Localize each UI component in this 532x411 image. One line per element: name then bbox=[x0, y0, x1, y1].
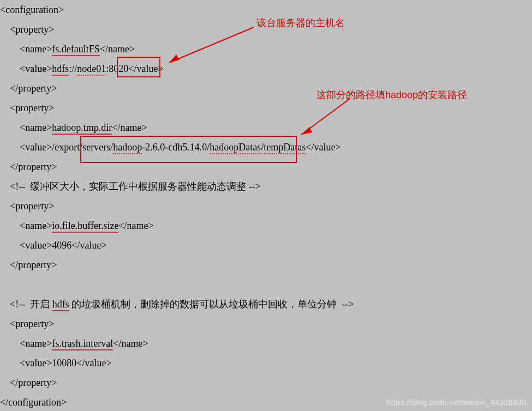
highlight-box-path bbox=[80, 136, 297, 163]
line: <property> bbox=[0, 318, 54, 329]
watermark: https://blog.csdn.net/weixin_44318830 bbox=[386, 398, 527, 407]
line: <!-- 开启 hdfs 的垃圾桶机制，删除掉的数据可以从垃圾桶中回收，单位分钟… bbox=[0, 299, 354, 311]
arrow-icon bbox=[161, 27, 259, 71]
svg-marker-1 bbox=[169, 55, 180, 63]
line: <name>fs.defaultFS</name> bbox=[0, 44, 135, 56]
arrow-icon bbox=[295, 99, 360, 143]
line: </property> bbox=[0, 377, 57, 388]
svg-line-0 bbox=[169, 27, 254, 63]
line: <value>4096</value> bbox=[0, 240, 107, 251]
line: </property> bbox=[0, 83, 57, 94]
line: <name>fs.trash.interval</name> bbox=[0, 338, 148, 350]
hostname: node01 bbox=[77, 63, 106, 76]
text-underlined: io.file.buffer.size bbox=[52, 220, 118, 233]
text-underlined: fs.trash.interval bbox=[52, 338, 113, 350]
line: <property> bbox=[0, 201, 54, 211]
line: <!-- 缓冲区大小，实际工作中根据服务器性能动态调整 --> bbox=[0, 181, 261, 192]
line: </property> bbox=[0, 161, 57, 172]
annotation-hostname: 该台服务器的主机名 bbox=[256, 16, 345, 29]
text-underlined: hdfs bbox=[52, 299, 69, 311]
line: <property> bbox=[0, 102, 54, 113]
text-underlined: fs.defaultFS bbox=[52, 44, 100, 56]
line: <name>hadoop.tmp.dir</name> bbox=[0, 122, 147, 135]
line: </configuration> bbox=[0, 397, 67, 408]
line: <value>10080</value> bbox=[0, 358, 112, 368]
line: <name>io.file.buffer.size</name> bbox=[0, 220, 154, 233]
line: <property> bbox=[0, 24, 54, 35]
text-underlined: hadoop.tmp.dir bbox=[52, 122, 112, 135]
text-underlined: hdfs bbox=[52, 63, 69, 76]
line: <configuration> bbox=[0, 4, 64, 15]
xml-code-block: <configuration> <property> <name>fs.defa… bbox=[0, 0, 532, 411]
line bbox=[0, 279, 3, 290]
highlight-box-hostname bbox=[117, 57, 160, 77]
line: </property> bbox=[0, 259, 57, 270]
